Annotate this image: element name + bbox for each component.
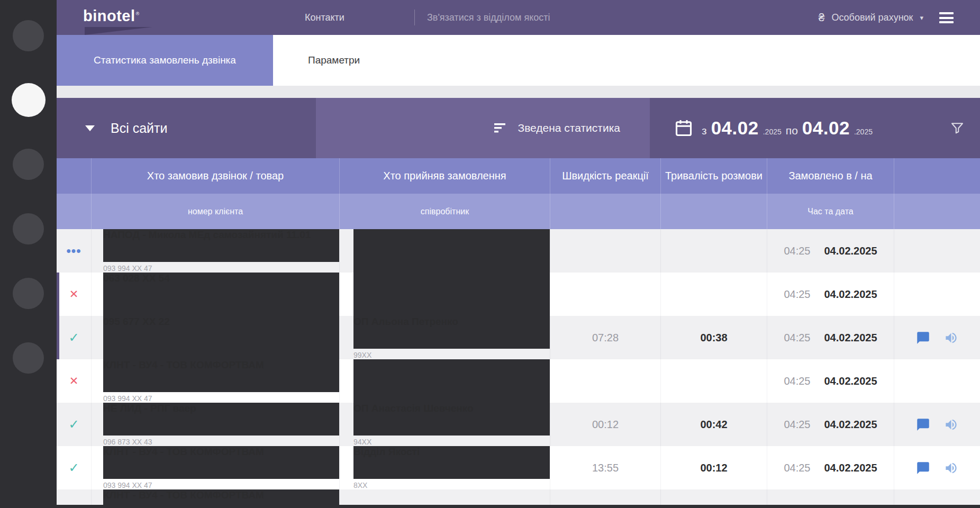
table-row[interactable]: ✕ КЛНТ - ВУ4 - ТОВ КОМФОРТВАМ 093 994 XX… [57,359,980,403]
caller-number: 096 873 XX 43 [103,438,339,446]
sort-icon [494,123,509,133]
ordered-cell: 04:25 04.02.2025 [767,403,894,446]
table-row[interactable]: ✕ 063 028 XX 54 04:25 04.02.2025 [57,273,980,316]
top-header: binotel® Контакти Зв'язатися з відділом … [57,0,980,35]
reaction-time [550,273,660,316]
table-row[interactable]: КЛНТ - ВУ4 - ТОВ КОМФОРТВАМ [57,489,980,505]
ordered-cell [767,489,894,505]
ordered-cell: 04:25 04.02.2025 [767,316,894,359]
nav-quality-department[interactable]: Зв'язатися з відділом якості [427,0,550,35]
receiver-cell: ОП Альона Петренко 99XX [339,316,550,359]
caller-number: 093 994 XX 47 [103,394,339,403]
sidebar-nav-item-5[interactable] [13,278,44,309]
row-status-cell: ✓ [57,316,91,359]
caller-name: КЛНТ - ВУ4 - ТОВ КОМФОРТВАМ [103,489,339,505]
app-root: binotel® Контакти Зв'язатися з відділом … [0,0,980,508]
nav-contacts[interactable]: Контакти [305,0,344,35]
order-time: 04:25 [784,288,810,301]
row-status-cell: ✓ [57,403,91,446]
subheader-actions [894,194,980,229]
caller-name: НЕ ЛИД - РПГ ваер [103,403,339,436]
receiver-ext: 94XX [353,438,550,446]
order-time: 04:25 [784,375,810,387]
calendar-icon [674,119,693,138]
call-duration: 00:42 [660,403,767,446]
order-date: 04.02.2025 [824,419,877,431]
date-from-year: .2025 [763,128,782,136]
tab-bar: Статистика замовлень дзвінка Параметри [57,35,980,86]
table-row[interactable]: ✓ 095 677 XX 22 ОП Альона Петренко 99XX … [57,316,980,359]
binotel-logo[interactable]: binotel® [83,7,140,25]
funnel-icon [949,120,965,136]
call-duration [660,489,767,505]
sidebar-nav-item-6[interactable] [13,342,44,374]
account-menu[interactable]: ₴ Особовий рахунок ▾ [819,0,923,35]
row-status-cell: ✓ [57,446,91,489]
header-status-column [57,158,91,194]
header-caller-column: Хто замовив дзвінок / товар [91,158,339,194]
actions-cell [894,273,980,316]
header-ordered-column: Замовлено в / на [767,158,894,194]
play-audio-icon[interactable] [944,331,958,345]
comment-icon[interactable] [916,461,930,475]
comment-icon[interactable] [916,331,930,345]
missed-call-icon: ✕ [69,288,79,301]
subheader-duration [660,194,767,229]
sidebar-nav-item-4[interactable] [13,213,44,244]
app-sidebar [0,0,57,508]
receiver-cell: ОП Анастасія Шевченко 94XX [339,403,550,446]
comment-icon[interactable] [916,418,930,432]
site-selector-label: Всі сайти [111,121,167,136]
tab-call-order-statistics[interactable]: Статистика замовлень дзвінка [57,35,273,86]
hryvnia-icon: ₴ [819,11,825,24]
sidebar-nav-item-3[interactable] [13,149,44,180]
pending-dots-icon[interactable]: ••• [66,243,81,258]
order-date: 04.02.2025 [824,375,877,387]
receiver-name: ОП Альона Петренко [353,316,550,349]
subheader-time-date: Час та дата [767,194,894,229]
order-time: 04:25 [784,419,810,431]
date-range-picker[interactable]: з 04.02 .2025 по 04.02 .2025 [650,98,980,158]
caller-cell: НЕ ЛИД - РПГ ваер 096 873 XX 43 [91,403,339,446]
call-duration [660,273,767,316]
sidebar-nav-item-2-active[interactable] [12,83,46,117]
actions-cell [894,446,980,489]
answered-call-icon: ✓ [68,460,79,475]
receiver-cell [339,489,550,505]
vertical-scroll-thumb[interactable] [57,273,59,359]
order-time: 04:25 [784,462,810,474]
summary-statistics-toggle[interactable]: Зведена статистика [316,98,650,158]
caller-cell: КЛНТ - ВУ4 - ТОВ КОМФОРТВАМ 093 994 XX 4… [91,446,339,489]
caller-name: КЛНТ - ВУ4 - ТОВ КОМФОРТВАМ [103,446,339,479]
subheader-employee: співробітник [339,194,550,229]
call-duration [660,359,767,403]
order-time: 04:25 [784,245,810,257]
subheader-reaction [550,194,660,229]
sidebar-nav-item-1[interactable] [13,20,44,51]
receiver-ext: 99XX [353,351,550,359]
subheader-status [57,194,91,229]
summary-statistics-label: Зведена статистика [518,122,621,134]
account-label: Особовий рахунок [831,12,913,23]
header-actions-column [894,158,980,194]
header-reaction-column: Швидкість реакції [550,158,660,194]
reaction-time [550,229,660,273]
tab-parameters[interactable]: Параметри [273,35,395,86]
table-row[interactable]: ••• НАПОД - Микола МЕд самозайнятий 11.0… [57,229,980,273]
table-header: Хто замовив дзвінок / товар Хто прийняв … [57,158,980,194]
play-audio-icon[interactable] [944,418,958,432]
caller-cell: 063 028 XX 54 [91,273,339,316]
site-selector-dropdown[interactable]: Всі сайти [57,98,316,158]
hamburger-menu-icon[interactable] [939,12,954,23]
filter-funnel-button[interactable] [949,120,965,138]
table-row[interactable]: ✓ КЛНТ - ВУ4 - ТОВ КОМФОРТВАМ 093 994 XX… [57,446,980,489]
play-audio-icon[interactable] [944,461,958,475]
order-date: 04.02.2025 [824,462,877,474]
receiver-ext: 8XX [353,481,550,489]
dropdown-caret-icon [85,125,95,131]
call-duration: 00:12 [660,446,767,489]
tab-filter-gap [57,86,980,98]
table-row[interactable]: ✓ НЕ ЛИД - РПГ ваер 096 873 XX 43 ОП Ана… [57,403,980,446]
call-duration [660,229,767,273]
table-subheader: номер клієнта співробітник Час та дата [57,194,980,229]
